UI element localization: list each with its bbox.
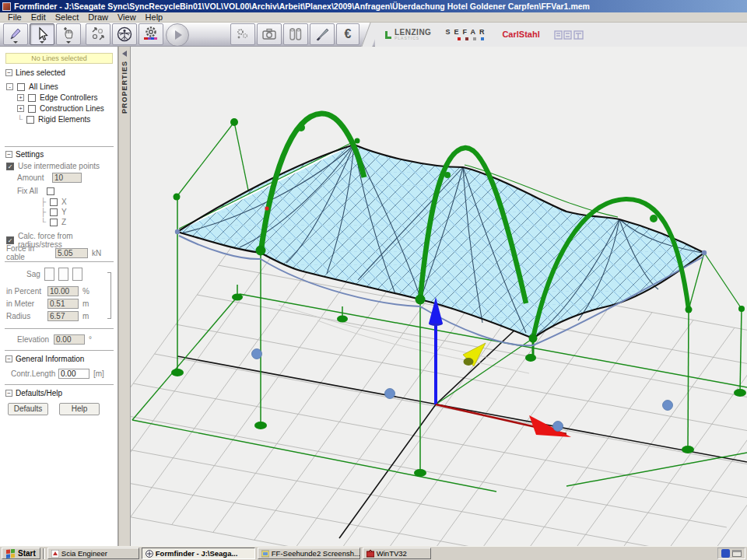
ground-points[interactable] — [252, 349, 673, 432]
dropdown-arrow-icon[interactable] — [66, 41, 71, 44]
model-canvas[interactable] — [131, 47, 747, 546]
expander-icon[interactable]: - — [6, 83, 13, 90]
menu-edit[interactable]: Edit — [26, 12, 51, 22]
rigid-elements-checkbox[interactable] — [26, 116, 34, 124]
collapse-icon[interactable]: − — [5, 355, 12, 362]
contr-length-row: Contr.Length [m] — [11, 369, 104, 379]
expander-icon[interactable]: + — [17, 105, 24, 112]
help-button[interactable]: Help — [59, 403, 100, 415]
task-scia-engineer[interactable]: Scia Engineer — [47, 548, 139, 559]
selected-point-marker[interactable] — [265, 206, 268, 210]
select-tool-button[interactable] — [30, 23, 54, 45]
properties-tab-strip: PROPERTIES — [118, 47, 131, 546]
transform-tool-button[interactable] — [86, 23, 110, 45]
settings-header[interactable]: − Settings — [5, 150, 44, 159]
ground-axes — [177, 303, 747, 538]
dropdown-arrow-icon[interactable] — [13, 41, 18, 44]
edge-controllers-checkbox[interactable] — [28, 94, 36, 102]
brush-icon — [314, 26, 330, 42]
calc-force-checkbox[interactable]: ✓ — [6, 236, 14, 244]
properties-panel: No Lines selected − Lines selected - All… — [0, 47, 118, 546]
defaults-help-header[interactable]: − Defaults/Help — [5, 389, 62, 397]
sag-toggle-3[interactable] — [72, 268, 82, 281]
tray-printer-icon[interactable] — [732, 550, 742, 557]
partner-logo — [554, 29, 585, 41]
all-lines-checkbox[interactable] — [17, 83, 25, 91]
wintv-icon — [366, 550, 374, 558]
lines-selected-header[interactable]: − Lines selected — [5, 68, 65, 77]
menu-help[interactable]: Help — [141, 12, 168, 22]
material-button[interactable] — [283, 23, 308, 45]
properties-tab[interactable]: PROPERTIES — [121, 61, 128, 114]
fix-all-checkbox[interactable] — [47, 187, 54, 195]
tree-item-edge-controllers[interactable]: + Edge Controllers — [17, 93, 97, 102]
defaults-button[interactable]: Defaults — [8, 403, 48, 415]
grab-tool-button[interactable] — [56, 23, 81, 45]
general-info-header[interactable]: − General Information — [5, 355, 84, 363]
sag-toggle-1[interactable] — [44, 268, 54, 281]
task-ff-seehunde2[interactable]: FF-Seehunde2 Screensh... — [258, 548, 360, 559]
divider — [5, 350, 114, 351]
radius-input[interactable] — [47, 311, 79, 321]
collapse-icon[interactable]: − — [5, 151, 12, 158]
toolbar: € LENZING PLASTICS SEFAR C — [0, 23, 747, 47]
menu-select[interactable]: Select — [51, 12, 84, 22]
cost-button[interactable]: € — [336, 23, 359, 45]
task-wintv32[interactable]: WinTV32 — [363, 548, 431, 559]
fix-all-row[interactable]: Fix All — [17, 187, 54, 195]
fix-y-checkbox[interactable] — [50, 208, 58, 216]
menu-file[interactable]: File — [3, 12, 26, 22]
tray-language-icon[interactable] — [721, 549, 730, 558]
run-analysis-button[interactable] — [166, 23, 189, 47]
pencil-icon — [8, 26, 23, 42]
expander-icon[interactable]: + — [17, 94, 24, 101]
fix-x-checkbox[interactable] — [50, 198, 58, 206]
collapse-panel-icon[interactable] — [122, 51, 127, 57]
force-row: Force in cable kN — [6, 244, 101, 261]
formfinder-icon — [146, 550, 153, 558]
draw-tool-button[interactable] — [3, 23, 28, 45]
lenzing-mark-icon — [384, 30, 392, 40]
fix-x-row[interactable]: ├ X — [40, 198, 67, 206]
small-gears-icon — [235, 26, 251, 42]
selection-status: No Lines selected — [5, 53, 113, 64]
amount-input[interactable] — [52, 173, 82, 183]
meter-input[interactable] — [47, 299, 79, 309]
elevation-input[interactable] — [54, 334, 85, 345]
windows-flag-icon — [6, 549, 16, 558]
sag-toggle-2[interactable] — [58, 268, 68, 281]
paint-button[interactable] — [310, 23, 335, 45]
construction-lines-checkbox[interactable] — [28, 105, 36, 113]
force-input[interactable] — [55, 248, 88, 258]
amount-row: Amount — [17, 173, 82, 183]
task-formfinder[interactable]: Formfinder - J:\Seaga... — [142, 548, 255, 559]
tree-item-construction-lines[interactable]: + Construction Lines — [17, 104, 104, 113]
start-button[interactable]: Start — [2, 548, 40, 559]
fix-y-row[interactable]: ├ Y — [40, 208, 67, 216]
use-intermediate-checkbox[interactable]: ✓ — [6, 163, 14, 170]
menu-bar: File Edit Select Draw View Help — [0, 12, 747, 23]
partner-logo-icon — [554, 29, 585, 41]
fix-z-row[interactable]: └ Z — [40, 218, 66, 226]
contr-length-input[interactable] — [58, 369, 89, 379]
use-intermediate-row[interactable]: ✓ Use intermediate points — [6, 162, 100, 170]
tree-item-all-lines[interactable]: - All Lines — [6, 82, 58, 91]
percent-input[interactable] — [47, 286, 79, 296]
menu-draw[interactable]: Draw — [83, 12, 113, 22]
screenshot-button[interactable] — [257, 23, 282, 45]
options-button[interactable] — [230, 23, 255, 45]
collapse-icon[interactable]: − — [5, 390, 12, 397]
percent-row: in Percent % — [6, 286, 89, 296]
sag-bracket — [107, 272, 111, 319]
collapse-icon[interactable]: − — [5, 69, 12, 76]
dropdown-arrow-icon[interactable] — [40, 41, 44, 44]
taskbar: Start Scia Engineer Formfinder - J:\Seag… — [0, 546, 747, 560]
divider — [5, 328, 114, 329]
app-icon — [2, 2, 11, 11]
menu-view[interactable]: View — [113, 12, 141, 22]
fix-z-checkbox[interactable] — [50, 219, 58, 226]
formfinding-button[interactable] — [112, 23, 137, 45]
viewport-3d[interactable] — [131, 47, 747, 546]
tree-item-rigid-elements[interactable]: └ Rigid Elements — [17, 115, 90, 124]
render-settings-button[interactable] — [139, 23, 163, 45]
